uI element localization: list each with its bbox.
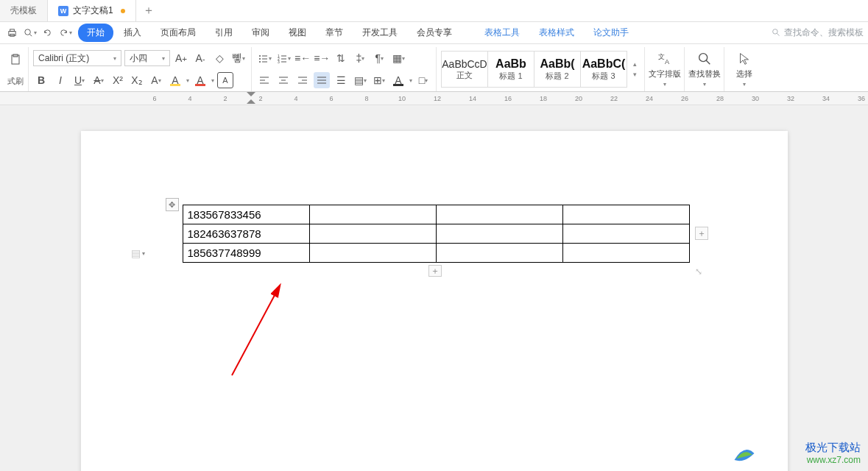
svg-line-36 (705, 60, 710, 65)
style-normal[interactable]: AaBbCcD正文 (441, 51, 488, 88)
horizontal-ruler[interactable]: 642 246 81012 141618 202224 262830 32343… (0, 92, 868, 105)
line-spacing-button[interactable]: ‡▾ (352, 50, 368, 66)
quick-access-toolbar: ▾ ▾ (4, 26, 72, 40)
tab-marks-button[interactable]: ⊞▾ (371, 72, 387, 88)
align-left-button[interactable] (256, 72, 272, 88)
align-right-button[interactable] (294, 72, 311, 88)
decrease-indent-button[interactable]: ≡← (294, 50, 311, 66)
underline-button[interactable]: U▾ (71, 72, 88, 88)
table-cell[interactable] (309, 244, 436, 263)
align-center-button[interactable] (275, 72, 292, 88)
print-icon[interactable] (4, 26, 19, 40)
ribbon-tab-start[interactable]: 开始 (78, 24, 113, 42)
sort-button[interactable]: ⇅ (333, 50, 349, 66)
shading-button[interactable]: ▤▾ (352, 72, 368, 88)
increase-indent-button[interactable]: ≡→ (314, 50, 330, 66)
find-replace-button[interactable]: 查找替换▾ (685, 47, 724, 91)
show-marks-button[interactable]: ¶▾ (371, 50, 387, 66)
grow-font-icon[interactable]: A+ (173, 50, 189, 66)
font-color-button[interactable]: A (192, 72, 208, 88)
style-heading1[interactable]: AaBb标题 1 (487, 51, 534, 88)
italic-button[interactable]: I (52, 72, 68, 88)
svg-line-6 (777, 33, 779, 35)
table-cell[interactable]: 183567833456 (183, 205, 309, 224)
table-cell[interactable]: 185637748999 (183, 244, 309, 263)
page-margin-icon: ▤▾ (131, 247, 145, 259)
shrink-font-icon[interactable]: A- (192, 50, 208, 66)
style-gallery: AaBbCcD正文 AaBb标题 1 AaBb(标题 2 AaBbC(标题 3 … (437, 47, 645, 91)
font-family-select[interactable]: Calibri (正文)▾ (33, 50, 121, 66)
ribbon-toolbar: 式刷 Calibri (正文)▾ 小四▾ A+ A- ◇ 뼿▾ B I U▾ A… (0, 44, 868, 92)
para-border-button[interactable]: □▾ (415, 72, 431, 88)
align-justify-button[interactable] (314, 72, 330, 88)
command-search[interactable]: 查找命令、搜索模板 (772, 26, 864, 39)
highlight-button[interactable]: A (167, 72, 183, 88)
table-row: 182463637878 (183, 224, 689, 244)
indent-marker-icon[interactable] (247, 92, 255, 104)
preview-icon[interactable]: ▾ (22, 26, 37, 40)
bold-button[interactable]: B (33, 72, 49, 88)
menu-row: ▾ ▾ 开始 插入 页面布局 引用 审阅 视图 章节 开发工具 会员专享 表格工… (0, 22, 868, 44)
add-column-button[interactable]: ＋ (695, 227, 708, 240)
document-table[interactable]: 183567833456 182463637878 185637748999 (183, 205, 690, 263)
redo-icon[interactable]: ▾ (57, 26, 72, 40)
text-direction-button[interactable]: A (390, 72, 406, 88)
subscript-button[interactable]: X₂ (129, 72, 145, 88)
ribbon-tab-tabletools[interactable]: 表格工具 (476, 24, 529, 42)
style-heading3[interactable]: AaBbC(标题 3 (580, 51, 627, 88)
style-gallery-more[interactable]: ▴▾ (629, 60, 640, 78)
add-row-button[interactable]: ＋ (428, 265, 442, 277)
table-cell[interactable] (309, 224, 436, 244)
undo-icon[interactable] (40, 26, 54, 40)
text-effects-button[interactable]: A▾ (148, 72, 164, 88)
table-cell[interactable] (562, 205, 689, 224)
ribbon-tab-view[interactable]: 视图 (280, 24, 315, 42)
page[interactable]: ✥ 183567833456 182463637878 185637748999 (81, 131, 788, 471)
borders-button[interactable]: ▦▾ (390, 50, 406, 66)
clear-format-icon[interactable]: ◇ (211, 50, 227, 66)
svg-text:文: 文 (657, 53, 664, 60)
font-size-select[interactable]: 小四▾ (124, 50, 170, 66)
table-row: 185637748999 (183, 244, 689, 263)
table-cell[interactable] (436, 244, 562, 263)
align-distribute-button[interactable]: ☰ (333, 72, 349, 88)
table-cell[interactable] (562, 244, 689, 263)
char-border-button[interactable]: A (217, 72, 233, 88)
table-resize-handle[interactable]: ⤡ (695, 266, 705, 277)
table-cell[interactable] (436, 224, 562, 244)
font-group: Calibri (正文)▾ 小四▾ A+ A- ◇ 뼿▾ B I U▾ A▾ X… (29, 47, 252, 91)
style-heading2[interactable]: AaBb(标题 2 (534, 51, 581, 88)
svg-text:A: A (665, 58, 670, 65)
ribbon-tab-layout[interactable]: 页面布局 (152, 24, 205, 42)
table-cell[interactable] (562, 224, 689, 244)
pinyin-icon[interactable]: 뼿▾ (230, 50, 247, 66)
ribbon-tab-devtools[interactable]: 开发工具 (353, 24, 406, 42)
superscript-button[interactable]: X² (110, 72, 126, 88)
table-move-handle[interactable]: ✥ (166, 198, 179, 211)
table-cell[interactable]: 182463637878 (183, 224, 309, 244)
svg-point-9 (259, 55, 261, 57)
ribbon-tab-references[interactable]: 引用 (206, 24, 241, 42)
svg-text:3: 3 (278, 60, 280, 64)
table-cell[interactable] (436, 205, 562, 224)
tab-document[interactable]: W 文字文稿1 (48, 0, 136, 21)
ribbon-tab-review[interactable]: 审阅 (243, 24, 278, 42)
new-tab-button[interactable]: ＋ (136, 0, 161, 21)
text-layout-button[interactable]: 文A 文字排版▾ (645, 47, 685, 91)
ribbon-tab-thesis[interactable]: 论文助手 (585, 24, 638, 42)
paste-icon[interactable] (7, 52, 24, 68)
ribbon-tab-insert[interactable]: 插入 (115, 24, 150, 42)
svg-marker-37 (247, 92, 255, 96)
numbering-button[interactable]: 123▾ (275, 50, 292, 66)
tab-bar: 壳模板 W 文字文稿1 ＋ (0, 0, 868, 22)
ribbon-tab-tablestyle[interactable]: 表格样式 (530, 24, 583, 42)
ribbon-tab-member[interactable]: 会员专享 (408, 24, 461, 42)
select-button[interactable]: 选择▾ (724, 47, 764, 91)
bullets-button[interactable]: ▾ (256, 50, 272, 66)
tab-label: 文字文稿1 (73, 4, 113, 17)
tab-templates[interactable]: 壳模板 (0, 0, 48, 21)
table-cell[interactable] (309, 205, 436, 224)
ribbon-tab-chapter[interactable]: 章节 (317, 24, 352, 42)
ribbon-tabs: 开始 插入 页面布局 引用 审阅 视图 章节 开发工具 会员专享 表格工具 表格… (78, 24, 638, 42)
strike-button[interactable]: A▾ (91, 72, 107, 88)
